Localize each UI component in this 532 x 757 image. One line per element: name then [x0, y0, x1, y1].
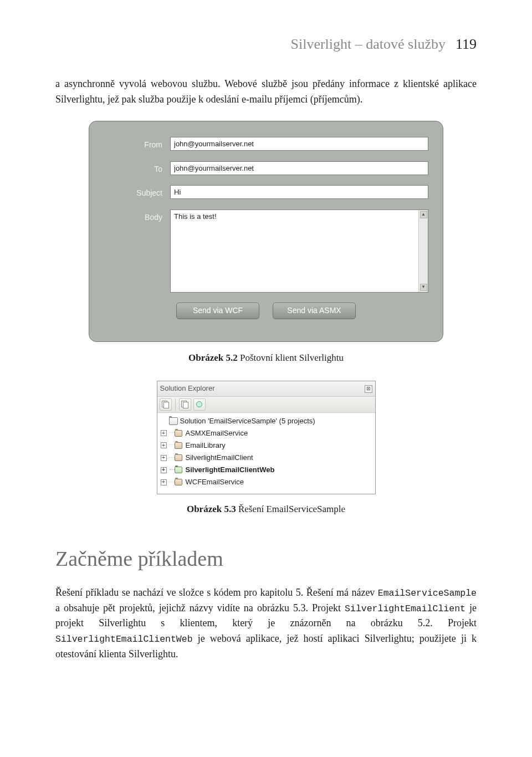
- label-subject: Subject: [104, 185, 170, 200]
- body-field-wrapper: This is a test! ▲ ▼: [170, 209, 428, 293]
- input-from[interactable]: [170, 137, 428, 151]
- project-label: WCFEmailService: [186, 477, 244, 488]
- show-all-icon: [181, 401, 188, 408]
- toolbar-show-all-button[interactable]: [179, 398, 191, 411]
- solution-tree: Solution 'EmailServiceSample' (5 project…: [157, 413, 375, 494]
- caption-figure-1-text: Poštovní klient Silverlightu: [238, 352, 344, 363]
- tree-connector: ⋯: [169, 478, 175, 487]
- send-wcf-button[interactable]: Send via WCF: [176, 303, 259, 319]
- toolbar-properties-button[interactable]: [160, 398, 172, 411]
- tree-connector: ⋯: [169, 453, 175, 463]
- figure-solution-explorer: Solution Explorer ⊠ Solution 'EmailServi…: [157, 381, 376, 494]
- para2-text-2: a obsahuje pět projektů, jejichž názvy v…: [55, 602, 345, 613]
- solution-node[interactable]: Solution 'EmailServiceSample' (5 project…: [161, 415, 372, 427]
- caption-figure-2-text: Řešení EmailServiceSample: [236, 504, 345, 514]
- label-body: Body: [104, 209, 170, 224]
- chapter-title: Silverlight – datové služby: [290, 33, 445, 55]
- project-icon: [175, 466, 183, 474]
- project-label: SilverlightEmailClient: [186, 452, 253, 463]
- code-silverlightemailclient: SilverlightEmailClient: [345, 603, 466, 614]
- row-subject: Subject: [104, 185, 428, 200]
- para2-text-1: Řešení příkladu se nachází ve složce s k…: [55, 587, 378, 598]
- solution-explorer-title: Solution Explorer: [160, 383, 215, 394]
- expand-toggle[interactable]: +: [161, 442, 167, 448]
- code-emailservicesample: EmailServiceSample: [378, 588, 477, 599]
- expand-toggle[interactable]: +: [161, 455, 167, 461]
- expand-toggle[interactable]: +: [161, 467, 167, 473]
- input-to[interactable]: [170, 161, 428, 175]
- caption-figure-1: Obrázek 5.2 Poštovní klient Silverlightu: [55, 351, 477, 365]
- caption-figure-2: Obrázek 5.3 Řešení EmailServiceSample: [55, 502, 477, 516]
- toolbar-separator: [175, 398, 176, 411]
- tree-connector: ⋯: [169, 466, 175, 475]
- project-label: ASMXEmailService: [186, 428, 248, 439]
- textarea-body[interactable]: This is a test!: [171, 210, 418, 292]
- tree-connector: ⋯: [169, 441, 175, 450]
- expand-toggle[interactable]: +: [161, 479, 167, 485]
- figure-email-client: From To Subject Body This is a test! ▲ ▼…: [89, 121, 443, 342]
- scrollbar[interactable]: ▲ ▼: [418, 210, 428, 292]
- running-header: Silverlight – datové služby 119: [55, 33, 477, 55]
- project-icon: [175, 454, 183, 462]
- toolbar-refresh-button[interactable]: [193, 398, 206, 411]
- project-label: SilverlightEmailClientWeb: [186, 464, 275, 475]
- button-row: Send via WCF Send via ASMX: [104, 303, 428, 319]
- code-silverlightemailclientweb: SilverlightEmailClientWeb: [55, 634, 193, 645]
- project-node[interactable]: +⋯SilverlightEmailClientWeb: [161, 464, 372, 476]
- project-icon: [175, 429, 183, 437]
- row-from: From: [104, 137, 428, 151]
- project-node[interactable]: +⋯WCFEmailService: [161, 476, 372, 488]
- scroll-up-icon[interactable]: ▲: [420, 211, 427, 218]
- scroll-down-icon[interactable]: ▼: [420, 284, 427, 291]
- page-number: 119: [456, 33, 477, 55]
- pin-icon[interactable]: ⊠: [365, 385, 372, 393]
- project-icon: [175, 478, 183, 486]
- label-from: From: [104, 137, 170, 151]
- project-label: EmailLibrary: [186, 440, 226, 451]
- project-node[interactable]: +⋯ASMXEmailService: [161, 427, 372, 439]
- row-body: Body This is a test! ▲ ▼: [104, 209, 428, 293]
- caption-figure-2-number: Obrázek 5.3: [187, 504, 236, 514]
- project-node[interactable]: +⋯SilverlightEmailClient: [161, 452, 372, 464]
- row-to: To: [104, 161, 428, 176]
- caption-figure-1-number: Obrázek 5.2: [188, 352, 238, 363]
- refresh-icon: [196, 401, 202, 407]
- tree-connector: ⋯: [169, 428, 175, 438]
- solution-explorer-titlebar: Solution Explorer ⊠: [157, 381, 375, 396]
- expand-toggle[interactable]: +: [161, 430, 167, 436]
- project-node[interactable]: +⋯EmailLibrary: [161, 439, 372, 452]
- solution-icon: [169, 417, 178, 425]
- section-heading: Začněme příkladem: [55, 543, 477, 575]
- solution-explorer-toolbar: [157, 397, 375, 413]
- solution-label: Solution 'EmailServiceSample' (5 project…: [180, 416, 315, 427]
- paragraph-solution-detail: Řešení příkladu se nachází ve složce s k…: [55, 585, 477, 662]
- project-icon: [175, 442, 183, 449]
- send-asmx-button[interactable]: Send via ASMX: [273, 303, 356, 319]
- properties-icon: [162, 401, 169, 408]
- input-subject[interactable]: [170, 185, 428, 199]
- label-to: To: [104, 161, 170, 176]
- paragraph-intro: a asynchronně vyvolá webovou službu. Web…: [55, 76, 477, 108]
